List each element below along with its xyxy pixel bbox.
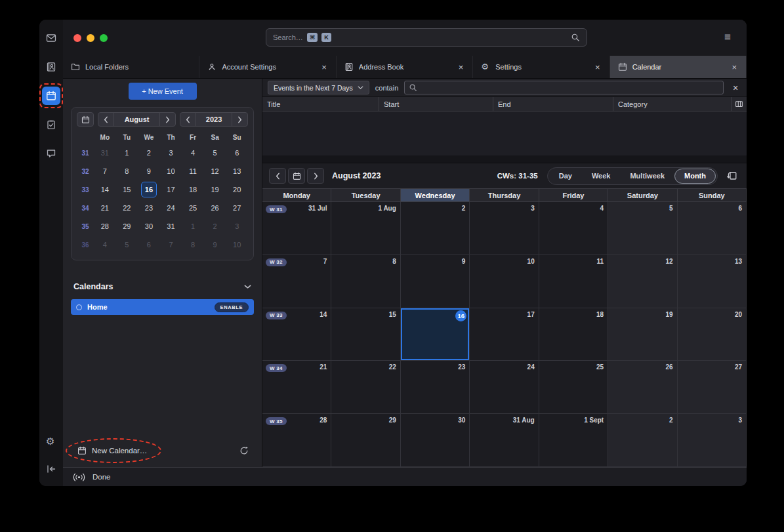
day-cell[interactable]: W 3314 (262, 308, 331, 361)
mini-cal-day[interactable]: 9 (204, 235, 226, 254)
rail-item-collapse[interactable] (42, 460, 60, 478)
day-cell[interactable]: 17 (470, 308, 539, 361)
day-cell[interactable]: 22 (331, 361, 400, 414)
close-window-button[interactable] (73, 34, 81, 42)
day-cell[interactable]: 4 (539, 202, 608, 255)
app-menu-button[interactable]: ≡ (718, 29, 737, 46)
mini-cal-day[interactable]: 5 (204, 144, 226, 162)
day-cell[interactable]: 15 (331, 308, 400, 361)
new-calendar-button[interactable]: New Calendar… (75, 442, 150, 459)
mini-cal-day[interactable]: 5 (116, 235, 138, 254)
mini-cal-day[interactable]: 3 (226, 217, 248, 235)
calendar-list-item-home[interactable]: Home ENABLE (71, 299, 254, 315)
mini-cal-next-year-button[interactable] (232, 113, 247, 126)
day-cell[interactable]: 24 (470, 361, 539, 414)
column-header-start[interactable]: Start (379, 97, 493, 111)
day-cell[interactable]: 11 (539, 255, 608, 308)
mini-cal-day[interactable]: 15 (116, 180, 138, 199)
tab-settings[interactable]: ⚙Settings× (473, 56, 609, 78)
rail-item-tasks[interactable] (42, 115, 60, 134)
mini-cal-day[interactable]: 10 (226, 235, 248, 254)
tab-close-button[interactable]: × (457, 62, 465, 72)
tab-address-book[interactable]: Address Book× (337, 56, 473, 78)
mini-cal-day[interactable]: 6 (226, 144, 248, 162)
day-cell[interactable]: 27 (678, 361, 747, 414)
day-cell[interactable]: 10 (470, 255, 539, 308)
mini-cal-day[interactable]: 21 (94, 199, 116, 217)
day-cell-today[interactable]: 16 (401, 308, 470, 361)
mini-cal-selected-day[interactable]: 16 (138, 180, 160, 199)
rail-item-address-book[interactable] (42, 58, 60, 76)
panel-splitter[interactable] (262, 155, 747, 163)
day-cell[interactable]: 19 (608, 308, 677, 361)
day-cell[interactable]: 23 (401, 361, 470, 414)
mini-cal-day[interactable]: 29 (116, 217, 138, 235)
mini-cal-day[interactable]: 6 (138, 235, 160, 254)
view-week-button[interactable]: Week (582, 169, 621, 184)
sync-calendars-button[interactable] (237, 443, 251, 458)
rotate-view-button[interactable] (724, 168, 740, 184)
day-cell[interactable]: 12 (608, 255, 677, 308)
rail-item-chat[interactable] (42, 144, 60, 163)
column-picker-button[interactable] (732, 97, 747, 111)
mini-cal-day[interactable]: 26 (204, 199, 226, 217)
day-cell[interactable]: 26 (608, 361, 677, 414)
enable-badge[interactable]: ENABLE (215, 302, 249, 312)
mini-cal-day[interactable]: 2 (204, 217, 226, 235)
mini-cal-day[interactable]: 24 (160, 199, 182, 217)
day-cell[interactable]: 1 Aug (331, 202, 400, 255)
mini-cal-today-button[interactable] (77, 112, 94, 127)
column-header-title[interactable]: Title (262, 97, 379, 111)
mini-cal-prev-year-button[interactable] (180, 113, 196, 126)
previous-month-button[interactable] (269, 168, 286, 184)
day-cell[interactable]: 8 (331, 255, 400, 308)
mini-cal-day[interactable]: 10 (160, 162, 182, 180)
calendars-section-header[interactable]: Calendars (73, 282, 251, 291)
mini-cal-day[interactable]: 2 (138, 144, 160, 162)
tab-close-button[interactable]: × (730, 62, 738, 72)
global-search-field[interactable]: Search… ⌘ K (266, 28, 587, 47)
mini-cal-day[interactable]: 4 (182, 144, 204, 162)
mini-cal-day[interactable]: 30 (138, 217, 160, 235)
today-button[interactable] (288, 168, 305, 184)
day-cell[interactable]: 30 (401, 414, 470, 467)
mini-cal-day[interactable]: 17 (160, 180, 182, 199)
next-month-button[interactable] (307, 168, 324, 184)
view-month-button[interactable]: Month (674, 169, 716, 184)
mini-cal-day[interactable]: 14 (94, 180, 116, 199)
view-day-button[interactable]: Day (549, 169, 582, 184)
mini-cal-day[interactable]: 1 (116, 144, 138, 162)
mini-cal-day[interactable]: 22 (116, 199, 138, 217)
day-cell[interactable]: W 3131 Jul (262, 202, 331, 255)
tab-close-button[interactable]: × (320, 62, 328, 72)
mini-cal-day[interactable]: 7 (94, 162, 116, 180)
day-cell[interactable]: 25 (539, 361, 608, 414)
mini-cal-day[interactable]: 23 (138, 199, 160, 217)
events-search-input[interactable] (404, 81, 724, 94)
rail-item-mail[interactable] (42, 29, 60, 47)
minimize-window-button[interactable] (87, 34, 94, 42)
tab-close-button[interactable]: × (594, 62, 602, 72)
tab-calendar[interactable]: Calendar× (610, 56, 747, 78)
day-cell[interactable]: W 3528 (262, 414, 331, 467)
day-cell[interactable]: 5 (608, 202, 677, 255)
close-filter-button[interactable]: × (730, 83, 741, 93)
tab-local-folders[interactable]: Local Folders (63, 56, 199, 78)
day-cell[interactable]: 6 (678, 202, 747, 255)
day-cell[interactable]: 3 (678, 414, 747, 467)
mini-cal-day[interactable]: 3 (160, 144, 182, 162)
day-cell[interactable]: 29 (331, 414, 400, 467)
day-cell[interactable]: W 3421 (262, 361, 331, 414)
mini-cal-day[interactable]: 20 (226, 180, 248, 199)
new-event-button[interactable]: + New Event (129, 83, 197, 100)
mini-cal-day[interactable]: 8 (116, 162, 138, 180)
day-cell[interactable]: 3 (470, 202, 539, 255)
mini-cal-next-month-button[interactable] (160, 113, 175, 126)
day-cell[interactable]: W 327 (262, 255, 331, 308)
mini-cal-day[interactable]: 18 (182, 180, 204, 199)
mini-cal-prev-month-button[interactable] (98, 113, 113, 126)
mini-cal-day[interactable]: 7 (160, 235, 182, 254)
mini-cal-day[interactable]: 11 (182, 162, 204, 180)
day-cell[interactable]: 2 (608, 414, 677, 467)
mini-cal-day[interactable]: 31 (94, 144, 116, 162)
